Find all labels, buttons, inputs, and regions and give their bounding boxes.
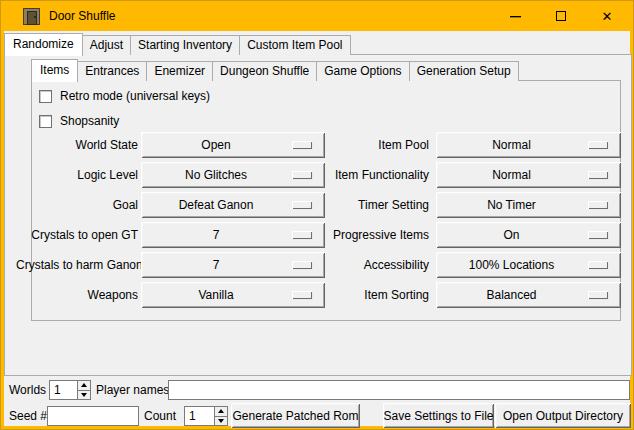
dropdown-indicator-icon [292,141,312,149]
worlds-label: Worlds [9,383,46,397]
spin-down-icon[interactable] [78,391,90,400]
shopsanity-row: Shopsanity [39,114,119,128]
shopsanity-checkbox[interactable] [39,115,52,128]
item-functionality-label: Item Functionality [321,168,429,182]
maximize-button[interactable] [538,1,584,31]
dropdown-indicator-icon [292,231,312,239]
crystals-open-gt-label: Crystals to open GT [16,228,138,242]
spin-up-icon[interactable] [78,381,90,391]
dropdown-indicator-icon [292,171,312,179]
dropdown-indicator-icon [588,171,608,179]
player-names-input[interactable] [168,380,630,400]
tab-adjust[interactable]: Adjust [82,35,131,55]
count-label: Count [144,409,176,423]
world-state-dropdown[interactable]: Open [141,132,325,158]
door-shuffle-window: Door Shuffle ✕ Randomize Adjust Starting… [0,0,634,430]
window-title: Door Shuffle [49,9,116,23]
tab-entrances[interactable]: Entrances [77,61,147,81]
dropdown-indicator-icon [588,231,608,239]
tab-starting-inventory[interactable]: Starting Inventory [130,35,240,55]
count-value: 1 [185,407,214,425]
tab-custom-item-pool[interactable]: Custom Item Pool [239,35,350,55]
titlebar: Door Shuffle ✕ [1,1,633,31]
worlds-spinner[interactable]: 1 [49,380,91,400]
close-button[interactable]: ✕ [584,1,630,31]
item-sorting-label: Item Sorting [321,288,429,302]
dropdown-indicator-icon [292,201,312,209]
player-names-label: Player names [96,383,169,397]
item-functionality-dropdown[interactable]: Normal [436,162,621,188]
spin-down-icon[interactable] [215,417,227,426]
dropdown-indicator-icon [292,261,312,269]
accessibility-dropdown[interactable]: 100% Locations [436,252,621,278]
progressive-items-label: Progressive Items [321,228,429,242]
logic-level-dropdown[interactable]: No Glitches [141,162,325,188]
dropdown-indicator-icon [588,201,608,209]
spin-up-icon[interactable] [215,407,227,417]
weapons-label: Weapons [16,288,138,302]
item-pool-dropdown[interactable]: Normal [436,132,621,158]
seed-label: Seed # [9,409,47,423]
dropdown-indicator-icon [588,141,608,149]
tab-generation-setup[interactable]: Generation Setup [409,61,519,81]
logic-level-label: Logic Level [16,168,138,182]
timer-setting-label: Timer Setting [321,198,429,212]
retro-mode-label: Retro mode (universal keys) [60,89,210,103]
goal-dropdown[interactable]: Defeat Ganon [141,192,325,218]
tab-enemizer[interactable]: Enemizer [146,61,213,81]
crystals-harm-ganon-label: Crystals to harm Ganon [16,258,138,272]
item-sorting-dropdown[interactable]: Balanced [436,282,621,308]
main-tab-bar: Randomize Adjust Starting Inventory Cust… [4,32,350,55]
sub-tab-bar: Items Entrances Enemizer Dungeon Shuffle… [31,58,518,81]
tab-items[interactable]: Items [31,59,78,82]
crystals-harm-ganon-dropdown[interactable]: 7 [141,252,325,278]
retro-mode-row: Retro mode (universal keys) [39,89,210,103]
save-settings-button[interactable]: Save Settings to File [383,403,494,428]
goal-label: Goal [16,198,138,212]
weapons-dropdown[interactable]: Vanilla [141,282,325,308]
dropdown-indicator-icon [588,291,608,299]
door-icon [23,8,40,25]
timer-setting-dropdown[interactable]: No Timer [436,192,621,218]
accessibility-label: Accessibility [321,258,429,272]
window-controls: ✕ [492,1,630,31]
seed-input[interactable] [47,406,139,426]
generate-patched-rom-button[interactable]: Generate Patched Rom [231,403,360,428]
worlds-value: 1 [50,381,77,399]
world-state-label: World State [16,138,138,152]
item-pool-label: Item Pool [321,138,429,152]
count-spinner[interactable]: 1 [184,406,228,426]
minimize-button[interactable] [492,1,538,31]
tab-game-options[interactable]: Game Options [316,61,409,81]
shopsanity-label: Shopsanity [60,114,119,128]
tab-randomize[interactable]: Randomize [4,33,83,56]
open-output-directory-button[interactable]: Open Output Directory [495,403,631,428]
crystals-open-gt-dropdown[interactable]: 7 [141,222,325,248]
tab-dungeon-shuffle[interactable]: Dungeon Shuffle [212,61,317,81]
progressive-items-dropdown[interactable]: On [436,222,621,248]
dropdown-indicator-icon [292,291,312,299]
minimize-icon [510,16,521,17]
maximize-icon [556,11,566,21]
close-icon: ✕ [602,10,613,23]
dropdown-indicator-icon [588,261,608,269]
retro-mode-checkbox[interactable] [39,90,52,103]
